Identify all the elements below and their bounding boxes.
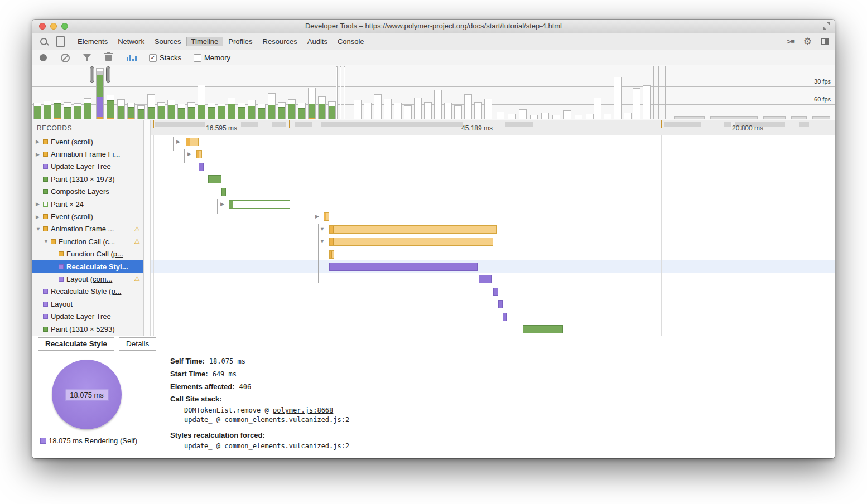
disclosure-right-icon[interactable]: ▶: [220, 202, 224, 207]
flame-event-bar[interactable]: [329, 250, 334, 259]
overview-bar: [107, 95, 114, 119]
device-mode-icon[interactable]: [56, 36, 65, 47]
record-row[interactable]: ▼Animation Frame ...⚠: [32, 223, 143, 235]
overview-bar-fill: [97, 97, 103, 117]
tab-console[interactable]: Console: [333, 37, 369, 46]
overview-bar: [336, 66, 338, 119]
flame-event-bar[interactable]: [186, 138, 199, 146]
record-row[interactable]: Update Layer Tree: [32, 310, 143, 322]
stack-guide-line: [318, 224, 319, 283]
disclosure-down-icon[interactable]: ▼: [36, 226, 42, 232]
disclosure-right-icon[interactable]: ▶: [36, 139, 42, 144]
flame-event-bar[interactable]: [523, 325, 563, 333]
search-icon[interactable]: [40, 38, 47, 45]
dock-side-icon[interactable]: [821, 38, 829, 45]
tab-profiles[interactable]: Profiles: [223, 37, 257, 46]
flame-event-bar[interactable]: [324, 212, 329, 221]
fullscreen-icon[interactable]: [823, 22, 830, 30]
stacks-checkbox[interactable]: ✓: [149, 54, 157, 62]
record-row[interactable]: ▶Event (scroll): [32, 135, 143, 148]
record-row[interactable]: Composite Layers: [32, 186, 143, 198]
flame-event-bar[interactable]: [329, 238, 493, 246]
overview-right-handle[interactable]: [106, 66, 110, 83]
disclosure-right-icon[interactable]: ▶: [176, 139, 180, 144]
record-row[interactable]: Paint (1310 × 1973): [32, 173, 143, 185]
flame-event-bar[interactable]: [199, 163, 204, 171]
frame-source-link[interactable]: polymer.js:8668: [273, 406, 333, 414]
record-row[interactable]: ▶Animation Frame Fi...: [32, 148, 143, 160]
record-source-link[interactable]: p...: [111, 287, 121, 295]
frame-source-link[interactable]: common_elements.vulcanized.js:2: [224, 442, 349, 450]
ruler-segment: [272, 122, 286, 127]
details-tab-recalculate-style[interactable]: Recalculate Style: [38, 337, 114, 351]
tab-timeline[interactable]: Timeline: [186, 37, 224, 46]
garbage-collect-icon[interactable]: [105, 55, 112, 61]
details-tab-details[interactable]: Details: [119, 337, 156, 351]
flame-event-bar[interactable]: [498, 300, 503, 308]
flame-event-bar[interactable]: [196, 150, 202, 158]
gear-icon[interactable]: ⚙: [803, 37, 812, 46]
flame-event-bar[interactable]: [479, 275, 492, 283]
record-row[interactable]: ▼Function Call (c...⚠: [32, 235, 143, 248]
flame-event-bar[interactable]: [221, 188, 226, 196]
console-drawer-icon[interactable]: >≡: [787, 37, 794, 46]
flame-chart[interactable]: 16.595 ms45.189 ms20.800 ms ▶▶▶▶▼▼: [151, 120, 835, 336]
record-button[interactable]: [40, 54, 47, 61]
window-title: Developer Tools – https://www.polymer-pr…: [32, 20, 835, 33]
tab-elements[interactable]: Elements: [73, 37, 113, 46]
frames-view-icon[interactable]: [127, 55, 137, 61]
disclosure-right-icon[interactable]: ▶: [315, 214, 319, 219]
clear-button[interactable]: [61, 54, 70, 62]
overview-bar-fill: [309, 118, 315, 119]
tab-sources[interactable]: Sources: [150, 37, 186, 46]
record-label: Update Layer Tree: [51, 162, 111, 171]
disclosure-right-icon[interactable]: ▶: [187, 152, 191, 157]
zoom-button[interactable]: [61, 23, 68, 30]
flame-event-bar[interactable]: [329, 225, 497, 234]
memory-checkbox[interactable]: [194, 54, 201, 62]
record-label: Composite Layers: [51, 187, 109, 196]
record-source-link[interactable]: com...: [93, 275, 112, 283]
record-source-link[interactable]: c...: [105, 238, 115, 246]
flame-event-bar[interactable]: [329, 263, 478, 271]
forced-heading: Styles recalculation forced:: [170, 431, 265, 439]
flame-bar-cap: [186, 138, 190, 146]
tab-resources[interactable]: Resources: [258, 37, 302, 46]
close-button[interactable]: [39, 23, 46, 30]
record-row[interactable]: Layout: [32, 298, 143, 310]
filter-icon[interactable]: [83, 54, 91, 61]
record-source-link[interactable]: p...: [113, 250, 123, 258]
frame-source-link[interactable]: common_elements.vulcanized.js:2: [224, 416, 349, 424]
disclosure-right-icon[interactable]: ▶: [36, 214, 42, 220]
stack-guide-line: [184, 149, 185, 163]
minimize-button[interactable]: [50, 23, 57, 30]
overview-bar: [497, 112, 504, 119]
record-row[interactable]: Paint (1310 × 5293): [32, 323, 143, 335]
disclosure-down-icon[interactable]: ▼: [320, 239, 325, 244]
record-row[interactable]: Recalculate Style (p...: [32, 285, 143, 298]
flame-event-bar[interactable]: [503, 313, 507, 321]
disclosure-down-icon[interactable]: ▼: [44, 239, 50, 244]
flame-event-bar[interactable]: [208, 175, 221, 183]
record-row[interactable]: ▶Event (scroll): [32, 210, 143, 222]
disclosure-down-icon[interactable]: ▼: [320, 227, 325, 232]
timeline-overview[interactable]: 30 fps 60 fps: [32, 65, 835, 120]
title-bar[interactable]: Developer Tools – https://www.polymer-pr…: [32, 20, 835, 33]
ruler-segment: [664, 122, 701, 127]
overview-bar-fill: [198, 105, 205, 119]
splitter[interactable]: [144, 120, 151, 336]
flame-event-bar[interactable]: [229, 200, 290, 209]
disclosure-right-icon[interactable]: ▶: [36, 201, 42, 207]
overview-left-handle[interactable]: [90, 66, 94, 83]
disclosure-right-icon[interactable]: ▶: [36, 152, 42, 157]
record-row[interactable]: Layout (com...⚠: [32, 273, 143, 285]
tab-network[interactable]: Network: [113, 37, 150, 46]
panel-tabs: ElementsNetworkSourcesTimelineProfilesRe…: [73, 33, 369, 50]
ruler-tick: [289, 120, 290, 128]
record-row[interactable]: ▶Paint × 24: [32, 198, 143, 210]
tab-audits[interactable]: Audits: [302, 37, 333, 46]
flame-event-bar[interactable]: [493, 288, 498, 296]
record-row[interactable]: Recalculate Styl...: [32, 260, 143, 273]
record-row[interactable]: Update Layer Tree: [32, 161, 143, 173]
record-row[interactable]: Function Call (p...: [32, 248, 143, 260]
